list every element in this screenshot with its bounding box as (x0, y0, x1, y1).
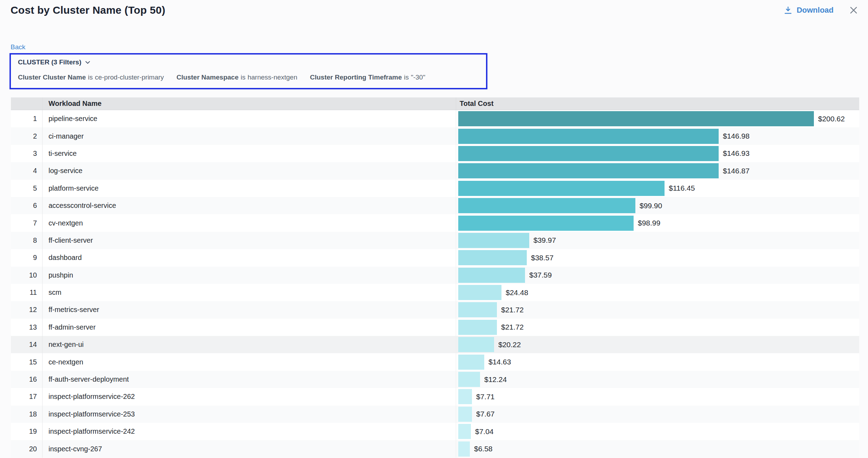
row-cost-label: $6.58 (474, 445, 493, 453)
cost-bar (458, 389, 472, 404)
row-cost-label: $39.97 (533, 236, 556, 244)
cost-bar (458, 198, 635, 213)
row-workload-name: platform-service (42, 180, 456, 197)
filter-item-namespace: Cluster Namespace is harness-nextgen (176, 74, 297, 81)
table-row[interactable]: 18 inspect-platformservice-253 $7.67 (11, 406, 859, 423)
cost-bar (458, 216, 634, 231)
header-workload-name: Workload Name (42, 97, 456, 110)
cost-bar (458, 181, 665, 196)
table-row[interactable]: 13 ff-admin-server $21.72 (11, 319, 859, 336)
row-cost-label: $98.99 (638, 219, 660, 227)
row-cost-label: $21.72 (501, 323, 524, 331)
table-row[interactable]: 5 platform-service $116.45 (11, 180, 859, 197)
row-cost-label: $116.45 (669, 184, 695, 192)
cost-bar-cell: $7.67 (458, 406, 859, 423)
table-row[interactable]: 12 ff-metrics-server $21.72 (11, 301, 859, 318)
cost-bar-cell: $38.57 (458, 249, 859, 266)
row-workload-name: pushpin (42, 267, 456, 284)
row-workload-name: ce-nextgen (42, 353, 456, 370)
row-rank: 6 (11, 197, 42, 214)
row-rank: 9 (11, 249, 42, 266)
cost-bar-cell: $24.48 (458, 284, 859, 301)
filter-highlight-box: CLUSTER (3 Filters) Cluster Cluster Name… (9, 53, 487, 89)
table-row[interactable]: 1 pipeline-service $200.62 (11, 110, 859, 127)
row-cost-label: $12.24 (484, 375, 507, 384)
cost-bar (458, 407, 472, 422)
table-row[interactable]: 11 scm $24.48 (11, 284, 859, 301)
row-cost-label: $146.93 (723, 149, 750, 158)
table-header: Workload Name Total Cost (11, 97, 859, 110)
cost-bar (458, 233, 529, 248)
header-rank (11, 97, 42, 110)
cost-bar-cell: $7.71 (458, 388, 859, 405)
row-cost-label: $7.71 (476, 393, 495, 401)
cost-bar (458, 355, 484, 370)
filter-item-cluster-name: Cluster Cluster Name is ce-prod-cluster-… (18, 74, 164, 81)
row-workload-name: ff-metrics-server (42, 301, 456, 318)
table-row[interactable]: 10 pushpin $37.59 (11, 267, 859, 284)
row-workload-name: scm (42, 284, 456, 301)
top-actions: Download (783, 5, 859, 15)
row-cost-label: $37.59 (529, 271, 552, 279)
row-workload-name: cv-nextgen (42, 214, 456, 231)
row-rank: 7 (11, 214, 42, 231)
cost-bar (458, 424, 471, 439)
table-row[interactable]: 3 ti-service $146.93 (11, 145, 859, 162)
table-row[interactable]: 7 cv-nextgen $98.99 (11, 214, 859, 231)
table-row[interactable]: 17 inspect-platformservice-262 $7.71 (11, 388, 859, 405)
row-rank: 11 (11, 284, 42, 301)
close-button[interactable] (848, 5, 859, 15)
row-workload-name: inspect-platformservice-262 (42, 388, 456, 405)
row-workload-name: ff-admin-server (42, 319, 456, 336)
download-button[interactable]: Download (783, 6, 834, 15)
row-workload-name: ff-client-server (42, 232, 456, 249)
row-rank: 12 (11, 301, 42, 318)
table-row[interactable]: 16 ff-auth-server-deployment $12.24 (11, 371, 859, 388)
row-workload-name: pipeline-service (42, 110, 456, 127)
row-rank: 10 (11, 267, 42, 284)
row-cost-label: $21.72 (501, 306, 524, 314)
row-rank: 13 (11, 319, 42, 336)
cost-bar-cell: $21.72 (458, 319, 859, 336)
chevron-down-icon (85, 59, 91, 65)
row-rank: 3 (11, 145, 42, 162)
table-row[interactable]: 15 ce-nextgen $14.63 (11, 353, 859, 370)
table-row[interactable]: 19 inspect-platformservice-242 $7.04 (11, 423, 859, 440)
table-body: 1 pipeline-service $200.62 2 ci-manager … (11, 110, 859, 458)
back-link[interactable]: Back (11, 43, 25, 51)
row-rank: 5 (11, 180, 42, 197)
row-workload-name: ti-service (42, 145, 456, 162)
row-workload-name: next-gen-ui (42, 336, 456, 353)
cost-table: Workload Name Total Cost 1 pipeline-serv… (11, 97, 859, 458)
cost-bar-cell: $146.98 (458, 127, 859, 145)
cost-bar-cell: $200.62 (458, 110, 859, 127)
row-cost-label: $200.62 (818, 115, 845, 123)
table-row[interactable]: 6 accesscontrol-service $99.90 (11, 197, 859, 214)
row-workload-name: dashboard (42, 249, 456, 266)
cost-bar-cell: $21.72 (458, 301, 859, 318)
cluster-filters-toggle[interactable]: CLUSTER (3 Filters) (18, 58, 91, 66)
cost-bar-cell: $37.59 (458, 267, 859, 284)
header-total-cost: Total Cost (456, 97, 859, 110)
cost-by-cluster-dialog: Cost by Cluster Name (Top 50) Download B… (0, 0, 868, 458)
filter-item-reporting-timeframe: Cluster Reporting Timeframe is "-30" (310, 74, 425, 81)
table-row[interactable]: 20 inspect-cvng-267 $6.58 (11, 440, 859, 457)
table-row[interactable]: 8 ff-client-server $39.97 (11, 232, 859, 249)
row-cost-label: $99.90 (640, 202, 662, 210)
cost-bar-cell: $116.45 (458, 180, 859, 197)
row-cost-label: $24.48 (506, 288, 528, 297)
row-rank: 18 (11, 406, 42, 423)
cost-bar (458, 302, 497, 317)
cost-bar-cell: $7.04 (458, 423, 859, 440)
table-row[interactable]: 14 next-gen-ui $20.22 (11, 336, 859, 353)
row-workload-name: inspect-platformservice-253 (42, 406, 456, 423)
table-row[interactable]: 4 log-service $146.87 (11, 162, 859, 179)
row-rank: 19 (11, 423, 42, 440)
table-row[interactable]: 2 ci-manager $146.98 (11, 127, 859, 145)
row-rank: 15 (11, 353, 42, 370)
cost-bar-cell: $146.87 (458, 162, 859, 179)
cost-bar (458, 268, 525, 283)
cost-bar (458, 285, 501, 300)
table-row[interactable]: 9 dashboard $38.57 (11, 249, 859, 266)
download-icon (783, 6, 793, 15)
